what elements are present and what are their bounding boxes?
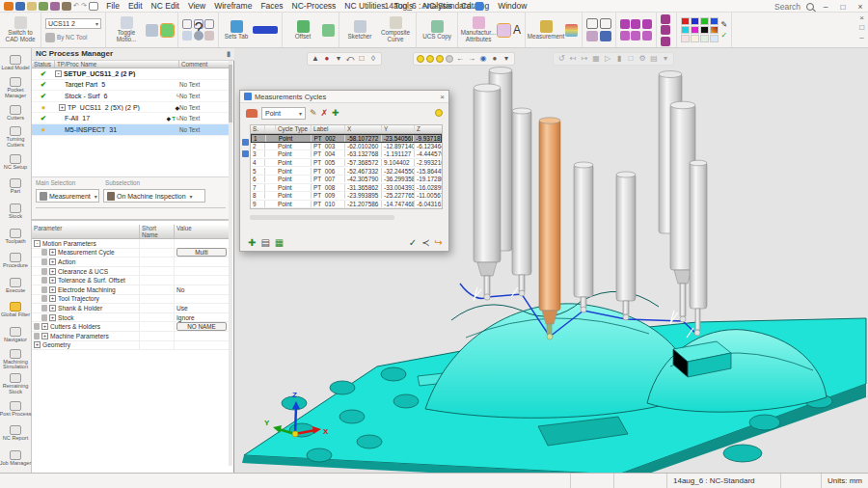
no-name-button[interactable]: NO NAME (176, 322, 227, 331)
undo-icon[interactable]: ↶ (73, 2, 79, 10)
expand-icon[interactable]: + (49, 268, 56, 275)
sidebar-item-post-process[interactable]: Post Process (0, 396, 32, 421)
zoom-window-icon[interactable] (586, 18, 598, 29)
swatch-mixed-icon[interactable] (710, 26, 719, 34)
swatch-black-icon[interactable] (700, 26, 709, 34)
expand-icon[interactable]: + (49, 314, 56, 321)
delete-cycle-icon[interactable]: ✗ (321, 107, 329, 119)
save-icon[interactable] (15, 2, 25, 11)
toggle-motion-button[interactable]: Toggle Motio... (110, 16, 143, 43)
table-view-icon[interactable] (182, 31, 192, 41)
label-icon[interactable] (661, 25, 670, 35)
cycle-row[interactable]: 9 PointPT_010 -21.207586-14.747468-6.043… (251, 201, 442, 209)
sim-more-caret-icon[interactable]: ▾ (661, 54, 670, 64)
report-icon[interactable] (204, 31, 214, 41)
window-split-icon[interactable] (182, 19, 192, 29)
probe-3[interactable] (574, 162, 593, 312)
help-icon[interactable]: ? (194, 19, 203, 29)
simulate-icon[interactable] (146, 24, 158, 37)
note-icon[interactable] (661, 37, 670, 46)
solid-verify-icon[interactable] (161, 24, 174, 37)
swatch-magenta-icon[interactable] (691, 26, 699, 34)
annotation-icon[interactable] (661, 14, 670, 24)
cycle-row[interactable]: 4 PointPT_005 -57.3685729.104402-2.99321… (251, 159, 442, 168)
panel-scrollbar[interactable] (229, 61, 232, 466)
close-button[interactable]: × (854, 2, 866, 12)
sidebar-item-global-filter[interactable]: Global Filter (0, 298, 32, 323)
sim-stop-icon[interactable]: □ (626, 54, 636, 64)
attribute-bulb-icon[interactable] (498, 24, 510, 37)
measurement-button[interactable]: Measurement (529, 20, 562, 41)
share-preview-icon[interactable]: ≺ (421, 237, 429, 248)
param-row-machine-parameters[interactable]: +Machine Parameters (32, 332, 230, 341)
sidebar-item-cutters[interactable]: Cutters (0, 100, 32, 125)
sidebar-item-toolpath[interactable]: Toolpath (0, 224, 32, 249)
insert-cycle-icon[interactable]: ✚ (332, 107, 339, 119)
offset-faces-icon[interactable] (322, 24, 335, 37)
exit-dialog-icon[interactable]: ↪ (435, 237, 443, 248)
tree-row-stock-surf[interactable]: ✔ Stock - Surf_6 ϟ No Text (32, 91, 230, 102)
expand-icon[interactable]: + (34, 341, 41, 348)
redo-icon[interactable]: ↷ (81, 2, 87, 10)
chain-select-icon[interactable]: ⤺ (345, 54, 355, 64)
composite-curve-button[interactable]: Composite Curve (379, 16, 412, 43)
menu-window[interactable]: Window (494, 1, 531, 11)
menu-nc-process[interactable]: NC-Process (287, 1, 340, 11)
cycle-row[interactable]: 5 PointPT_006 -52.467332-32.244550-15.86… (251, 167, 442, 176)
next-view-icon[interactable]: → (467, 54, 476, 64)
show-part-bulb-icon[interactable] (426, 55, 434, 63)
graphics-viewport[interactable]: Z X Y ▲ ● ▾ ⤺ □ ◊ ← → ◉ ● ▾ ↺ ↤ ↦ ▦ ▷ ▮ … (234, 48, 868, 473)
swatch-pale4-icon[interactable] (710, 35, 719, 42)
dialog-hscrollbar[interactable] (250, 215, 394, 220)
swatch-green-icon[interactable] (700, 17, 709, 25)
sidebar-item-nc-report[interactable]: NC Report (0, 421, 32, 447)
row-tool-icon[interactable] (242, 139, 249, 146)
ucs-dropdown[interactable]: UCS11 2▾ (45, 18, 101, 29)
sidebar-item-execute[interactable]: Execute (0, 273, 32, 298)
iso-view-icon[interactable]: ◉ (478, 54, 488, 64)
menu-edit[interactable]: Edit (123, 1, 147, 11)
tree-row-f-all[interactable]: ✔ F-All_17 ◆ T ϟ No Text (32, 113, 230, 124)
sidebar-item-remaining-stock[interactable]: Remaining Stock (0, 372, 32, 397)
shade-mode-icon[interactable]: ● (490, 54, 500, 64)
param-row-motion-parameters[interactable]: -Motion Parameters (32, 239, 230, 249)
expand-icon[interactable]: - (55, 70, 62, 77)
by-nc-tool-toggle[interactable]: By NC Tool (45, 33, 87, 42)
step-back-icon[interactable]: ↤ (568, 54, 578, 64)
multi-button[interactable]: Multi (176, 248, 227, 257)
menu-file[interactable]: File (102, 1, 124, 11)
expand-icon[interactable]: + (41, 323, 48, 330)
expand-icon[interactable]: + (49, 286, 56, 293)
probe-type-icon[interactable] (246, 109, 258, 118)
active-set-bar-icon[interactable] (253, 26, 278, 34)
dim-angle-icon[interactable] (620, 31, 630, 41)
print-icon[interactable] (62, 2, 71, 11)
pick-filter-icon[interactable]: ▾ (334, 54, 343, 64)
cycle-row[interactable]: 7 PointPT_008 -31.365862-33.004393-16.02… (251, 184, 442, 193)
export-icon[interactable] (50, 2, 60, 11)
minimize-button[interactable]: – (820, 2, 831, 12)
expand-icon[interactable]: + (49, 249, 56, 256)
dim-vertical-icon[interactable] (631, 19, 640, 29)
dialog-titlebar[interactable]: Measurements Cycles × (240, 91, 448, 103)
dialog-close-icon[interactable]: × (440, 93, 445, 101)
expand-icon[interactable]: - (34, 240, 41, 247)
cycle-type-dropdown[interactable]: Point▾ (261, 107, 306, 120)
param-row-stock[interactable]: +Stock Ignore (32, 313, 230, 323)
measurements-cycles-dialog[interactable]: Measurements Cycles × Point▾ ✎ ✗ ✚ S. Cy… (239, 90, 449, 252)
expand-icon[interactable]: + (49, 258, 56, 265)
expand-icon[interactable]: + (59, 104, 66, 111)
swatch-cyan-icon[interactable] (681, 26, 690, 34)
search-icon[interactable] (806, 3, 814, 11)
swatch-blue-icon[interactable] (691, 17, 699, 25)
swatch-pale3-icon[interactable] (700, 35, 709, 42)
edit-cycle-icon[interactable]: ✎ (310, 107, 317, 119)
maximize-view-icon[interactable] (204, 19, 214, 29)
swatch-pale2-icon[interactable] (691, 35, 699, 42)
pick-arrow-icon[interactable]: ▲ (311, 54, 320, 64)
ucs-copy-button[interactable]: UCS Copy (420, 20, 453, 41)
expand-icon[interactable]: + (41, 333, 48, 339)
cycle-row[interactable]: 2 PointPT_003 -62.010260-12.897140-6.123… (251, 143, 442, 151)
add-point-icon[interactable]: ✚ (248, 237, 256, 248)
tree-row-m5-inspect[interactable]: ● M5-INSPECT_31 No Text (32, 124, 230, 136)
